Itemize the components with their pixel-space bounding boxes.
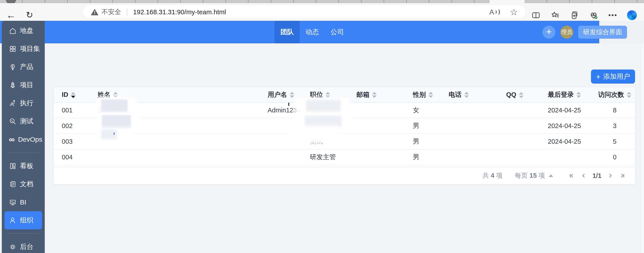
cell-username — [268, 118, 310, 134]
nav-tabs: 团队 动态 公司 — [274, 21, 350, 43]
sort-icon[interactable] — [428, 92, 433, 98]
cell-title: 测试 — [310, 118, 356, 134]
sidebar-item-project[interactable]: 项目 — [4, 76, 42, 94]
sort-icon[interactable] — [464, 92, 469, 98]
favorite-star-icon[interactable]: ☆ — [510, 7, 518, 16]
col-header-qq[interactable]: QQ — [506, 87, 548, 102]
page-indicator: 1/1 — [592, 172, 602, 180]
cell-name — [98, 118, 268, 134]
cell-email — [356, 149, 413, 165]
col-header-lastlogin[interactable]: 最后登录 — [548, 87, 594, 102]
col-header-username[interactable]: 用户名 — [268, 87, 310, 102]
sidebar: 地盘 项目集 产品 项目 执行 测试 ∞ DevOps 看板 — [2, 21, 45, 253]
kanban-icon — [9, 162, 16, 170]
tab-dynamic[interactable]: 动态 — [300, 21, 325, 43]
cell-gender: 男 — [413, 149, 449, 165]
split-screen-icon[interactable] — [531, 10, 541, 20]
user-name-link[interactable]: 系统管理员 — [98, 106, 130, 114]
team-table: ID 姓名 用户名 职位 邮箱 性别 电话 QQ 最后登录 访问次数 001 — [54, 87, 635, 165]
col-header-name[interactable]: 姓名 — [98, 87, 268, 102]
col-header-visits[interactable]: 访问次数 — [594, 87, 635, 102]
sort-icon[interactable] — [290, 92, 294, 98]
sidebar-item-product[interactable]: 产品 — [4, 58, 42, 76]
runner-icon — [9, 99, 16, 107]
pagination-bar: 共 4 项 每页 15 项 1/1 — [54, 167, 635, 184]
table-row: 004 研发主管 男 0 — [54, 149, 635, 165]
cell-phone — [449, 134, 506, 149]
active-tab[interactable] — [490, 0, 524, 3]
add-user-button[interactable]: + 添加用户 — [591, 69, 635, 84]
sidebar-item-execution[interactable]: 执行 — [4, 94, 42, 112]
document-icon — [9, 180, 16, 188]
sidebar-item-kanban[interactable]: 看板 — [4, 157, 42, 175]
infinity-icon: ∞ — [9, 135, 15, 144]
table-row: 003 测试 男 2024-04-25 5 — [54, 134, 635, 149]
last-page-button[interactable] — [618, 172, 627, 179]
cell-id: 004 — [54, 149, 98, 165]
sort-icon[interactable] — [71, 92, 76, 98]
sidebar-item-test[interactable]: 测试 — [4, 112, 42, 130]
sidebar-item-admin[interactable]: 后台 — [4, 238, 42, 253]
cell-lastlogin: 2024-04-25 — [548, 118, 594, 134]
sort-icon[interactable] — [113, 92, 118, 98]
cell-username — [268, 134, 310, 149]
copilot-icon[interactable] — [627, 10, 637, 20]
prev-page-button[interactable] — [579, 172, 588, 179]
per-page-selector[interactable]: 每页 15 项 — [515, 171, 545, 180]
sort-icon[interactable] — [519, 92, 524, 98]
cell-lastlogin: 2024-04-25 — [548, 134, 594, 149]
cell-id: 001 — [54, 102, 98, 118]
workspace-switch-button[interactable]: 研发综合界面 — [578, 26, 627, 39]
address-bar[interactable]: ! 不安全 192.168.31.31:90/my-team.html A ☆ — [83, 5, 526, 19]
col-header-phone[interactable]: 电话 — [449, 87, 506, 102]
cell-phone — [449, 102, 506, 118]
user-avatar[interactable]: 理员 — [560, 26, 573, 39]
col-header-email[interactable]: 邮箱 — [356, 87, 413, 102]
not-secure-warning-icon: ! — [91, 9, 98, 15]
url-text[interactable]: 192.168.31.31:90/my-team.html — [133, 8, 226, 16]
sort-icon[interactable] — [576, 92, 581, 98]
tab-team[interactable]: 团队 — [274, 21, 300, 43]
sidebar-item-devops[interactable]: ∞ DevOps — [4, 130, 42, 148]
cell-name: 系统管理员 — [98, 102, 268, 118]
person-icon — [9, 217, 16, 224]
tab-company[interactable]: 公司 — [325, 21, 350, 43]
cell-qq — [506, 149, 548, 165]
sidebar-item-program[interactable]: 项目集 — [4, 40, 42, 58]
favorites-icon[interactable] — [550, 10, 560, 20]
sidebar-item-bi[interactable]: BI — [4, 193, 42, 211]
cell-qq — [506, 118, 548, 134]
sidebar-item-doc[interactable]: 文档 — [4, 175, 42, 193]
browser-essentials-icon[interactable] — [588, 10, 599, 20]
per-page-dropdown-icon[interactable] — [549, 174, 553, 177]
main-content: + 添加用户 ID 姓名 用户名 职位 邮箱 性别 电话 — [45, 43, 644, 253]
security-label[interactable]: 不安全 — [102, 7, 121, 16]
cell-gender: 男 — [413, 118, 449, 134]
cell-lastlogin: 2024-04-25 — [548, 102, 594, 118]
cell-phone — [449, 149, 506, 165]
cell-name — [98, 134, 268, 149]
sidebar-item-dashboard[interactable]: 地盘 — [4, 22, 42, 40]
col-header-id[interactable]: ID — [54, 87, 98, 102]
first-page-button[interactable] — [567, 172, 576, 179]
gear-icon — [9, 243, 16, 251]
col-header-title[interactable]: 职位 — [310, 87, 356, 102]
cell-visits: 3 — [594, 118, 635, 134]
read-aloud-icon[interactable]: A — [490, 8, 500, 16]
sidebar-divider — [7, 152, 40, 153]
collections-add-icon[interactable] — [569, 10, 580, 20]
quick-create-button[interactable]: + — [542, 26, 556, 39]
cell-username — [268, 149, 310, 165]
sidebar-divider — [7, 233, 40, 234]
sidebar-item-org[interactable]: 组织 — [4, 211, 42, 229]
settings-more-icon[interactable]: ••• — [608, 10, 618, 20]
sort-icon[interactable] — [627, 92, 631, 98]
page-scrollbar[interactable] — [640, 43, 644, 253]
browser-tab-strip-right — [524, 0, 644, 3]
sort-icon[interactable] — [372, 92, 376, 98]
next-page-button[interactable] — [606, 172, 615, 179]
col-header-gender[interactable]: 性别 — [413, 87, 449, 102]
address-separator — [127, 8, 127, 16]
cell-visits: 5 — [594, 134, 635, 149]
sort-icon[interactable] — [326, 92, 330, 98]
